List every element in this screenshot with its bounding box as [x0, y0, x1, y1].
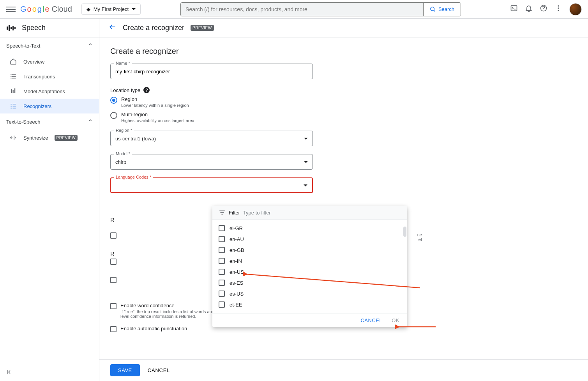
speech-icon: [6, 24, 16, 32]
product-header: Speech: [0, 19, 99, 37]
checkbox-icon: [110, 259, 117, 265]
svg-rect-31: [15, 137, 16, 138]
svg-point-5: [558, 7, 559, 9]
cancel-button[interactable]: CANCEL: [148, 367, 170, 373]
chevron-left-icon: [6, 369, 12, 375]
svg-rect-24: [13, 106, 16, 106]
notifications-icon[interactable]: [525, 4, 533, 14]
checkbox-icon: [219, 236, 225, 242]
google-cloud-logo[interactable]: Google Cloud: [20, 5, 72, 14]
svg-rect-16: [11, 78, 11, 79]
preview-badge: PREVIEW: [55, 135, 78, 141]
hamburger-menu-icon[interactable]: [6, 5, 16, 14]
project-picker[interactable]: ◆ My First Project: [81, 4, 141, 15]
checkbox-icon: [110, 303, 117, 309]
region-label: Region *: [114, 128, 134, 133]
dropdown-item-en-in[interactable]: en-IN: [212, 255, 407, 266]
language-codes-select[interactable]: [110, 177, 313, 193]
svg-rect-9: [11, 27, 12, 29]
checkbox-icon: [219, 291, 225, 297]
dropdown-item-es-es[interactable]: es-ES: [212, 277, 407, 288]
help-icon[interactable]: [540, 4, 547, 14]
svg-rect-15: [12, 76, 16, 77]
dropdown-item-en-gb[interactable]: en-GB: [212, 245, 407, 255]
sidebar-item-overview[interactable]: Overview: [0, 54, 99, 69]
preview-badge: PREVIEW: [191, 25, 214, 31]
svg-rect-17: [12, 78, 16, 79]
dropdown-item-et-ee[interactable]: et-EE: [212, 299, 407, 310]
region-field-wrap: Region * us-central1 (Iowa): [110, 131, 313, 146]
model-select[interactable]: chirp: [110, 154, 313, 170]
sidebar-item-transcriptions[interactable]: Transcriptions: [0, 69, 99, 84]
checkbox-icon: [219, 225, 225, 231]
dropdown-cancel-button[interactable]: CANCEL: [360, 317, 382, 323]
dropdown-filter-row[interactable]: Filter Type to filter: [212, 206, 407, 220]
checkbox-icon: [219, 247, 225, 253]
svg-rect-26: [13, 108, 16, 109]
svg-rect-25: [11, 108, 12, 109]
svg-rect-27: [11, 137, 11, 138]
save-button[interactable]: SAVE: [110, 364, 140, 376]
search-bar: Search: [180, 2, 461, 16]
more-icon[interactable]: [554, 4, 562, 14]
back-arrow-icon[interactable]: [109, 23, 117, 33]
svg-rect-30: [14, 136, 15, 140]
name-input[interactable]: [110, 64, 313, 79]
section-text-to-speech[interactable]: Text-to-Speech ⌃: [0, 113, 99, 130]
svg-point-4: [558, 5, 559, 7]
dropdown-ok-button[interactable]: OK: [392, 317, 399, 323]
chevron-down-icon: [304, 184, 307, 186]
chevron-up-icon: ⌃: [88, 42, 93, 50]
model-field-wrap: Model * chirp: [110, 154, 313, 170]
cloud-shell-icon[interactable]: [510, 4, 518, 14]
svg-rect-13: [12, 74, 16, 75]
section-speech-to-text[interactable]: Speech-to-Text ⌃: [0, 37, 99, 54]
scrollbar-thumb[interactable]: [403, 227, 406, 237]
dropdown-item-es-us[interactable]: es-US: [212, 288, 407, 299]
sidebar-item-recognizers[interactable]: Recognizers: [0, 99, 99, 113]
language-codes-field-wrap: Language Codes *: [110, 177, 313, 193]
svg-line-1: [434, 10, 435, 11]
svg-rect-23: [11, 106, 12, 106]
checkbox-icon: [110, 326, 117, 332]
project-picker-label: My First Project: [94, 6, 129, 12]
help-icon[interactable]: ?: [143, 87, 150, 93]
page-title: Create a recognizer: [123, 24, 184, 32]
checkbox-icon: [110, 277, 117, 283]
checkbox-icon: [219, 258, 225, 264]
radio-region[interactable]: Region Lower latency within a single reg…: [110, 96, 313, 108]
dropdown-item-el-gr[interactable]: el-GR: [212, 223, 407, 234]
grid-icon: [9, 103, 17, 110]
svg-rect-10: [12, 26, 14, 30]
dropdown-item-en-us[interactable]: en-US: [212, 266, 407, 277]
location-type-label: Location type ?: [110, 87, 577, 93]
svg-rect-21: [11, 104, 12, 105]
svg-rect-28: [12, 136, 12, 139]
svg-rect-7: [7, 27, 8, 30]
svg-point-0: [431, 7, 434, 11]
radio-icon: [110, 97, 117, 104]
global-header: Google Cloud ◆ My First Project Search: [0, 0, 588, 19]
cloud-label: Cloud: [52, 5, 72, 14]
dropdown-actions: CANCEL OK: [212, 313, 407, 327]
search-input[interactable]: [181, 3, 423, 16]
chevron-down-icon: [304, 161, 308, 163]
svg-rect-18: [11, 89, 12, 93]
region-select[interactable]: us-central1 (Iowa): [110, 131, 313, 146]
avatar[interactable]: [569, 3, 582, 16]
sidebar-item-model-adaptations[interactable]: Model Adaptations: [0, 84, 99, 99]
collapse-sidebar-button[interactable]: [0, 364, 99, 381]
header-actions: [510, 3, 582, 16]
sidebar-item-synthesize[interactable]: Synthesize PREVIEW: [0, 130, 99, 145]
search-button[interactable]: Search: [423, 3, 461, 16]
project-picker-icon: ◆: [87, 6, 90, 12]
dropdown-list[interactable]: el-GR en-AU en-GB en-IN en-US es-ES es-U…: [212, 220, 407, 313]
checkbox-icon: [219, 280, 225, 286]
home-icon: [9, 58, 17, 65]
checkbox-icon: [219, 269, 225, 275]
dropdown-item-en-au[interactable]: en-AU: [212, 234, 407, 245]
radio-multi-region[interactable]: Multi-region Highest availability across…: [110, 112, 313, 123]
form-title: Create a recognizer: [110, 47, 577, 56]
search-icon: [430, 6, 436, 12]
svg-point-6: [558, 10, 559, 11]
